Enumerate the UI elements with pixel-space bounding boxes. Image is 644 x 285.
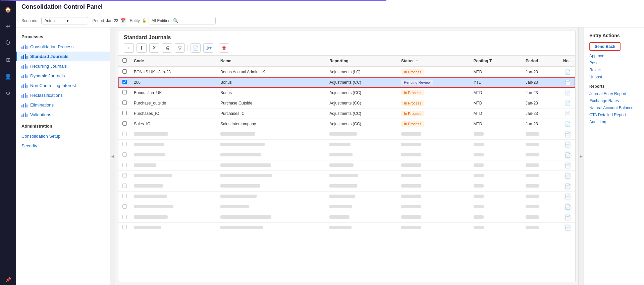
blurred-checkbox-cell[interactable] [118, 181, 130, 192]
journal-entry-report-link[interactable]: Journal Entry Report [589, 91, 639, 96]
send-back-button[interactable]: Send Back [589, 42, 621, 51]
natural-account-balance-link[interactable]: Natural Account Balance [589, 105, 639, 110]
sidebar-item-standard-journals[interactable]: Standard Journals [16, 52, 110, 61]
home-icon[interactable]: 🏠 [3, 4, 13, 15]
blurred-name-2 [217, 150, 326, 160]
blurred-checkbox-0[interactable] [122, 132, 127, 136]
blurred-checkbox-9[interactable] [122, 225, 127, 229]
time-icon[interactable]: ⏱ [3, 38, 13, 48]
blurred-checkbox-5[interactable] [122, 184, 127, 188]
blurred-checkbox-cell[interactable] [118, 192, 130, 202]
add-button[interactable]: + [124, 43, 134, 53]
posting-type-column-header[interactable]: Posting T... [470, 56, 522, 67]
back-icon[interactable]: ↩ [3, 21, 13, 31]
row-checkbox-4[interactable] [122, 111, 127, 115]
blurred-checkbox-cell[interactable] [118, 212, 130, 223]
grid-icon[interactable]: ⊞ [3, 54, 13, 65]
entity-search-icon[interactable]: 🔍 [173, 18, 178, 23]
blurred-reporting-6 [326, 192, 398, 202]
blurred-reporting-0 [326, 129, 398, 140]
status-sort-icon[interactable]: ↑ [416, 59, 418, 63]
sidebar-item-security[interactable]: Security [16, 141, 110, 151]
blurred-name-5 [217, 181, 326, 192]
code-column-header[interactable]: Code [130, 56, 217, 67]
table-row[interactable]: Purchases_IC Purchases IC Adjustments (C… [118, 109, 575, 119]
table-row[interactable]: Purchase_outside Purchase Outside Adjust… [118, 98, 575, 109]
row-doc-4[interactable]: 📄 [560, 109, 575, 119]
blurred-checkbox-cell[interactable] [118, 150, 130, 160]
status-column-header[interactable]: Status ↑ [398, 56, 470, 67]
blurred-checkbox-7[interactable] [122, 204, 127, 209]
unpost-link[interactable]: Unpost [589, 75, 639, 79]
table-row[interactable]: Bonus_Jan_UK Bonus Adjustments (CC) In P… [118, 88, 575, 98]
blurred-checkbox-cell[interactable] [118, 140, 130, 150]
post-link[interactable]: Post [589, 61, 639, 65]
delete-button[interactable]: 🗑 [219, 43, 229, 53]
sidebar-item-eliminations[interactable]: Eliminations [16, 100, 110, 110]
blurred-code-4 [130, 171, 217, 181]
entity-search-box[interactable]: All Entities 🔍 [149, 17, 216, 24]
row-checkbox-0[interactable] [122, 69, 127, 74]
reject-link[interactable]: Reject [589, 68, 639, 72]
sidebar-item-reclassifications[interactable]: Reclassifications [16, 90, 110, 100]
row-checkbox-5[interactable] [122, 121, 127, 126]
blurred-checkbox-8[interactable] [122, 215, 127, 219]
row-doc-0[interactable]: 📄 [560, 67, 575, 77]
filter-button[interactable]: ▽ [175, 43, 185, 53]
table-row[interactable]: BONUS UK - Jan-23 Bonus Accrual Admin UK… [118, 67, 575, 77]
exchange-rates-link[interactable]: Exchange Rates [589, 98, 639, 103]
row-doc-3[interactable]: 📄 [560, 98, 575, 109]
blurred-checkbox-3[interactable] [122, 163, 127, 167]
select-all-header[interactable] [118, 56, 130, 67]
row-doc-2[interactable]: 📄 [560, 88, 575, 98]
row-doc-5[interactable]: 📄 [560, 119, 575, 129]
row-checkbox-cell[interactable] [118, 119, 130, 129]
sidebar-item-non-controlling-interest[interactable]: Non Controlling Interest [16, 81, 110, 90]
blurred-checkbox-cell[interactable] [118, 171, 130, 181]
row-doc-1[interactable]: 📄 [560, 77, 575, 88]
settings-icon[interactable]: ⚙ [3, 88, 13, 98]
name-column-header[interactable]: Name [217, 56, 326, 67]
blurred-checkbox-1[interactable] [122, 142, 127, 146]
print-button[interactable]: 🖨 [162, 43, 172, 53]
doc-button[interactable]: 📄 [191, 43, 201, 53]
row-checkbox-cell[interactable] [118, 67, 130, 77]
approve-link[interactable]: Approve [589, 54, 639, 58]
period-column-header[interactable]: Period [522, 56, 560, 67]
blurred-checkbox-cell[interactable] [118, 202, 130, 212]
blurred-checkbox-cell[interactable] [118, 160, 130, 171]
row-checkbox-cell[interactable] [118, 98, 130, 109]
reporting-column-header[interactable]: Reporting [326, 56, 398, 67]
table-row[interactable]: 206 Bonus Adjustments (CC) Pending Revie… [118, 77, 575, 88]
blurred-checkbox-4[interactable] [122, 173, 127, 177]
notes-column-header[interactable]: No... [560, 56, 575, 67]
row-checkbox-cell[interactable] [118, 77, 130, 88]
sidebar-item-consolidation-setup[interactable]: Consolidation Setup [16, 131, 110, 141]
scenario-dropdown[interactable]: Actual ▼ [41, 17, 88, 24]
row-checkbox-2[interactable] [122, 90, 127, 94]
select-all-checkbox[interactable] [122, 58, 127, 63]
row-checkbox-3[interactable] [122, 100, 127, 105]
collapse-right-handle[interactable]: ▶ [578, 27, 584, 285]
calendar-icon[interactable]: 📅 [120, 18, 126, 23]
sidebar-item-dynamic-journals[interactable]: Dynamic Journals [16, 71, 110, 81]
row-checkbox-1[interactable] [122, 80, 127, 84]
row-checkbox-cell[interactable] [118, 109, 130, 119]
blurred-checkbox-2[interactable] [122, 152, 127, 157]
sidebar-item-validations[interactable]: Validations [16, 110, 110, 120]
excel-button[interactable]: X [149, 43, 159, 53]
blurred-checkbox-cell[interactable] [118, 223, 130, 233]
row-checkbox-cell[interactable] [118, 88, 130, 98]
sidebar-item-consolidation-process[interactable]: Consolidation Process [16, 42, 110, 52]
table-row[interactable]: Sales_IC Sales Intercompany Adjustments … [118, 119, 575, 129]
cta-detailed-report-link[interactable]: CTA Detailed Report [589, 113, 639, 117]
copy-dropdown-button[interactable]: ⊕▾ [203, 43, 213, 53]
blurred-checkbox-cell[interactable] [118, 129, 130, 140]
blurred-checkbox-6[interactable] [122, 194, 127, 198]
upload-button[interactable]: ⬆ [137, 43, 147, 53]
person-icon[interactable]: 👤 [3, 71, 13, 82]
audit-log-link[interactable]: Audit Log [589, 120, 639, 124]
collapse-left-handle[interactable]: ◀ [110, 27, 115, 285]
sidebar-item-recurring-journals[interactable]: Recurring Journals [16, 61, 110, 71]
pin-icon[interactable]: 📌 [3, 274, 13, 285]
